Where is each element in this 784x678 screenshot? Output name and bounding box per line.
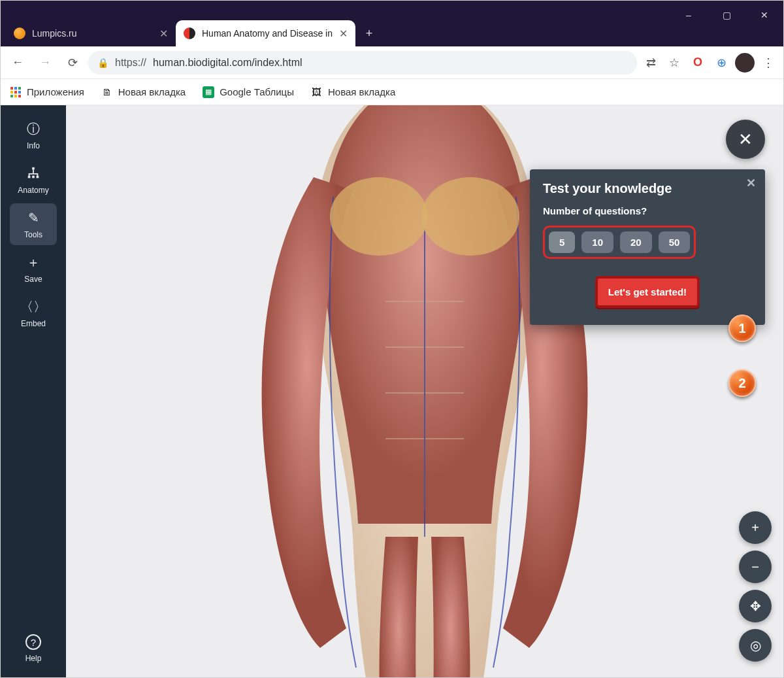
anatomy-viewer[interactable]: ✕ ✕ Test your knowledge Number of questi… <box>66 105 783 677</box>
pencil-icon: ✎ <box>25 209 42 226</box>
sheets-icon: ▦ <box>203 86 214 98</box>
maximize-button[interactable]: ▢ <box>708 1 745 29</box>
forward-button[interactable]: → <box>33 51 57 75</box>
lock-icon: 🔒 <box>97 58 108 68</box>
svg-point-10 <box>421 177 519 256</box>
window-close-button[interactable]: ✕ <box>745 1 783 29</box>
sidebar-item-label: Help <box>25 654 42 663</box>
recenter-button[interactable]: ◎ <box>739 629 772 662</box>
apps-shortcut[interactable]: Приложения <box>10 86 84 98</box>
bookmark-item[interactable]: 🖼 Новая вкладка <box>311 86 395 98</box>
browser-window: Lumpics.ru ✕ Human Anatomy and Disease i… <box>0 0 784 678</box>
svg-rect-0 <box>32 167 35 170</box>
svg-point-9 <box>330 177 428 256</box>
bookmark-label: Новая вкладка <box>118 86 186 97</box>
bookmarks-bar: Приложения 🗎 Новая вкладка ▦ Google Табл… <box>1 79 783 105</box>
zoom-in-button[interactable]: + <box>739 511 772 544</box>
reload-button[interactable]: ⟳ <box>61 51 84 75</box>
close-icon: ✕ <box>738 129 753 150</box>
url-text: human.biodigital.com/index.html <box>153 57 302 69</box>
question-count-5[interactable]: 5 <box>549 231 575 253</box>
kebab-menu-icon[interactable]: ⋮ <box>759 53 778 73</box>
bookmark-label: Google Таблицы <box>220 86 294 97</box>
globe-extension-icon[interactable]: ⊕ <box>711 53 731 73</box>
sidebar-item-embed[interactable]: 〈〉 Embed <box>10 292 57 334</box>
annotation-callout-2: 2 <box>728 369 756 397</box>
tab-biodigital[interactable]: Human Anatomy and Disease in ✕ <box>176 20 355 46</box>
sidebar-item-help[interactable]: ? Help <box>10 628 57 670</box>
tree-icon <box>25 165 42 182</box>
sidebar-item-anatomy[interactable]: Anatomy <box>10 159 57 201</box>
close-icon[interactable]: ✕ <box>159 27 168 40</box>
quiz-popup: ✕ Test your knowledge Number of question… <box>530 169 765 325</box>
bookmark-item[interactable]: ▦ Google Таблицы <box>203 86 294 98</box>
window-controls: – ▢ ✕ <box>670 1 783 29</box>
question-count-group: 5 10 20 50 <box>543 226 696 259</box>
svg-rect-3 <box>37 176 39 178</box>
opera-extension-icon[interactable]: O <box>688 53 708 73</box>
page-content: ⓘ Info Anatomy ✎ Tools ＋ Save 〈〉 Embed <box>1 105 783 677</box>
address-bar: ← → ⟳ 🔒 https:// human.biodigital.com/in… <box>1 46 783 79</box>
titlebar: Lumpics.ru ✕ Human Anatomy and Disease i… <box>1 1 783 46</box>
sidebar-item-info[interactable]: ⓘ Info <box>10 114 57 156</box>
viewer-controls: + − ✥ ◎ <box>739 511 772 662</box>
favicon-icon <box>184 27 195 39</box>
quiz-title: Test your knowledge <box>543 181 752 196</box>
help-icon: ? <box>25 634 41 650</box>
favicon-icon <box>14 27 25 39</box>
minimize-button[interactable]: – <box>670 1 708 29</box>
file-icon: 🗎 <box>101 86 113 98</box>
sidebar-item-label: Tools <box>24 230 42 239</box>
sidebar-item-label: Anatomy <box>18 186 48 195</box>
plus-icon: ＋ <box>25 254 42 271</box>
bookmark-item[interactable]: 🗎 Новая вкладка <box>101 86 186 98</box>
sidebar-item-tools[interactable]: ✎ Tools <box>10 203 57 245</box>
pan-button[interactable]: ✥ <box>739 590 772 622</box>
close-overlay-button[interactable]: ✕ <box>726 120 765 159</box>
tab-lumpics[interactable]: Lumpics.ru ✕ <box>6 20 176 46</box>
image-icon: 🖼 <box>311 86 323 98</box>
question-count-10[interactable]: 10 <box>581 231 613 253</box>
popup-close-button[interactable]: ✕ <box>746 176 756 190</box>
question-count-20[interactable]: 20 <box>620 231 652 253</box>
profile-avatar[interactable] <box>735 53 755 73</box>
svg-rect-1 <box>28 176 31 178</box>
quiz-subtitle: Number of questions? <box>543 205 752 216</box>
code-icon: 〈〉 <box>25 298 42 315</box>
info-icon: ⓘ <box>25 120 42 137</box>
sidebar-item-label: Embed <box>21 319 46 328</box>
bookmark-label: Новая вкладка <box>328 86 395 97</box>
url-input[interactable]: 🔒 https:// human.biodigital.com/index.ht… <box>88 51 637 75</box>
apps-label: Приложения <box>27 86 84 97</box>
sidebar-item-label: Save <box>24 275 42 284</box>
bookmark-star-icon[interactable]: ☆ <box>664 53 684 73</box>
apps-icon <box>10 86 22 98</box>
sidebar-item-save[interactable]: ＋ Save <box>10 248 57 290</box>
tab-title: Human Anatomy and Disease in <box>202 28 333 39</box>
back-button[interactable]: ← <box>6 51 29 75</box>
svg-rect-2 <box>32 176 35 178</box>
zoom-out-button[interactable]: − <box>739 551 772 583</box>
app-sidebar: ⓘ Info Anatomy ✎ Tools ＋ Save 〈〉 Embed <box>1 105 66 677</box>
sidebar-item-label: Info <box>27 141 40 150</box>
annotation-callout-1: 1 <box>728 314 756 342</box>
question-count-50[interactable]: 50 <box>659 231 691 253</box>
url-scheme: https:// <box>115 57 146 69</box>
tab-strip: Lumpics.ru ✕ Human Anatomy and Disease i… <box>1 15 380 46</box>
new-tab-button[interactable]: + <box>358 22 380 44</box>
tab-title: Lumpics.ru <box>32 28 153 39</box>
close-icon[interactable]: ✕ <box>339 27 348 40</box>
translate-icon[interactable]: ⇄ <box>641 53 661 73</box>
start-quiz-button[interactable]: Let's get started! <box>595 276 700 308</box>
